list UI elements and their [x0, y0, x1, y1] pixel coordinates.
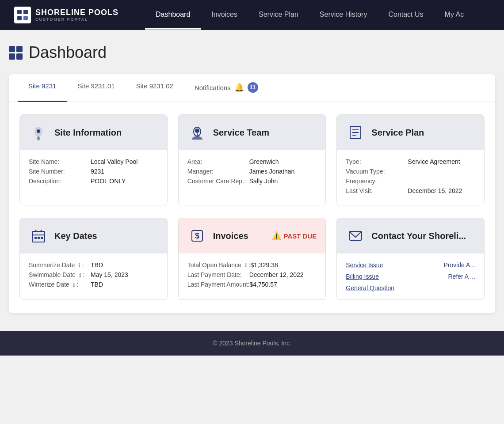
vacuum-type-label: Vacuum Type: — [346, 168, 408, 175]
summerize-value: TBD — [91, 261, 103, 269]
service-team-title: Service Team — [213, 128, 270, 138]
card-container: Site 9231 Site 9231.01 Site 9231.02 Noti… — [9, 74, 495, 313]
vacuum-type-row: Vacuum Type: — [346, 168, 475, 175]
swimmable-label: Swimmable Date ℹ : — [29, 271, 91, 278]
last-payment-date-value: December 12, 2022 — [249, 271, 304, 278]
logo-text: SHORELINE POOLS CUSTOMER PORTAL — [35, 8, 118, 22]
nav-service-plan[interactable]: Service Plan — [248, 1, 309, 30]
general-question-link[interactable]: General Question — [346, 284, 394, 292]
nav-my-account[interactable]: My Ac — [434, 1, 475, 30]
key-dates-title: Key Dates — [54, 231, 97, 241]
last-payment-amount-label: Last Payment Amount: — [187, 281, 250, 288]
svg-rect-19 — [41, 237, 43, 239]
nav-contact-us[interactable]: Contact Us — [378, 1, 434, 30]
site-information-header: Site Information — [20, 115, 167, 150]
site-information-icon — [29, 123, 48, 142]
winterize-label: Winterize Date ℹ : — [29, 281, 91, 288]
invoices-icon: $ — [187, 226, 207, 246]
nav-invoices[interactable]: Invoices — [201, 1, 248, 30]
cards-row-1: Site Information Site Name: Local Valley… — [9, 102, 495, 205]
area-value: Greenwich — [249, 158, 279, 165]
description-label: Description: — [29, 178, 91, 185]
swimmable-info-icon[interactable]: ℹ — [79, 272, 81, 278]
care-rep-label: Customer Care Rep.: — [187, 178, 249, 185]
logo: SHORELINE POOLS CUSTOMER PORTAL — [14, 7, 118, 23]
last-payment-amount-row: Last Payment Amount: $4,750.57 — [187, 281, 317, 288]
service-plan-body: Type: Service Agreement Vacuum Type: Fre… — [337, 150, 484, 205]
service-plan-card: Service Plan Type: Service Agreement Vac… — [336, 114, 485, 205]
tab-site-9231-02[interactable]: Site 9231.02 — [126, 74, 184, 102]
tabs: Site 9231 Site 9231.01 Site 9231.02 Noti… — [9, 74, 495, 102]
past-due-badge: ⚠️ PAST DUE — [271, 231, 317, 241]
site-number-label: Site Number: — [29, 168, 91, 175]
service-team-card: Service Team Area: Greenwich Manager: Ja… — [178, 114, 326, 205]
last-payment-amount-value: $4,750.57 — [250, 281, 277, 288]
invoices-title: Invoices — [213, 231, 248, 241]
tab-notifications[interactable]: Notifications 🔔 11 — [184, 74, 269, 102]
description-row: Description: POOL ONLY — [29, 178, 158, 185]
past-due-icon: ⚠️ — [271, 231, 281, 241]
invoices-card: $ Invoices ⚠️ PAST DUE Total Open Balanc… — [178, 218, 326, 300]
svg-rect-2 — [17, 16, 22, 20]
invoices-body: Total Open Balance ℹ : $1,329.38 Last Pa… — [179, 254, 326, 299]
logo-sub: CUSTOMER PORTAL — [35, 17, 118, 22]
notifications-badge: 11 — [248, 82, 258, 93]
service-issue-action[interactable]: Provide A... — [443, 261, 475, 269]
summerize-row: Summerize Date ℹ : TBD — [29, 261, 158, 269]
tab-site-9231[interactable]: Site 9231 — [18, 74, 67, 102]
swimmable-value: May 15, 2023 — [91, 271, 128, 278]
frequency-row: Frequency: — [346, 178, 475, 185]
main-nav: SHORELINE POOLS CUSTOMER PORTAL Dashboar… — [0, 0, 504, 30]
service-issue-link[interactable]: Service Issue — [346, 261, 383, 269]
key-dates-card: Key Dates Summerize Date ℹ : TBD Swimmab… — [19, 218, 168, 300]
service-plan-title: Service Plan — [371, 128, 424, 138]
winterize-value: TBD — [91, 281, 103, 288]
dashboard-icon — [9, 46, 23, 60]
page-title-wrap: Dashboard — [9, 43, 495, 62]
billing-issue-link[interactable]: Billing Issue — [346, 273, 379, 280]
site-number-value: 9231 — [91, 168, 104, 175]
logo-icon — [14, 7, 31, 23]
summerize-label: Summerize Date ℹ : — [29, 261, 91, 269]
type-label: Type: — [346, 158, 408, 165]
key-dates-header: Key Dates — [20, 218, 167, 254]
area-label: Area: — [187, 158, 249, 165]
billing-issue-action[interactable]: Refer A ... — [448, 273, 475, 280]
past-due-label: PAST DUE — [284, 232, 317, 240]
winterize-info-icon[interactable]: ℹ — [73, 282, 75, 288]
last-visit-label: Last Visit: — [346, 187, 408, 194]
footer: © 2023 Shoreline Pools, Inc. — [0, 331, 504, 356]
cards-row-2: Key Dates Summerize Date ℹ : TBD Swimmab… — [9, 205, 495, 300]
last-visit-value: December 15, 2022 — [408, 187, 462, 194]
page-title: Dashboard — [29, 43, 107, 62]
service-team-icon — [187, 123, 207, 142]
nav-service-history[interactable]: Service History — [309, 1, 378, 30]
general-question-row: General Question — [346, 284, 475, 292]
manager-label: Manager: — [187, 168, 249, 175]
main-content: Dashboard Site 9231 Site 9231.01 Site 92… — [0, 30, 504, 331]
service-plan-icon — [346, 123, 365, 142]
total-balance-info-icon[interactable]: ℹ — [245, 262, 247, 269]
contact-links: Service Issue Provide A... Billing Issue… — [337, 254, 484, 299]
summerize-info-icon[interactable]: ℹ — [78, 262, 80, 269]
manager-value: James Jonathan — [249, 168, 295, 175]
service-team-header: Service Team — [179, 115, 326, 150]
winterize-row: Winterize Date ℹ : TBD — [29, 281, 158, 288]
key-dates-body: Summerize Date ℹ : TBD Swimmable Date ℹ … — [20, 254, 167, 299]
invoices-header: $ Invoices ⚠️ PAST DUE — [179, 218, 326, 254]
service-team-body: Area: Greenwich Manager: James Jonathan … — [179, 150, 326, 195]
last-visit-row: Last Visit: December 15, 2022 — [346, 187, 475, 194]
billing-issue-row: Billing Issue Refer A ... — [346, 273, 475, 280]
svg-rect-18 — [38, 237, 40, 239]
svg-point-7 — [195, 129, 199, 133]
service-plan-header: Service Plan — [337, 115, 484, 150]
svg-rect-17 — [34, 237, 37, 239]
care-rep-value: Sally John — [249, 178, 278, 185]
svg-text:$: $ — [195, 231, 199, 240]
site-information-card: Site Information Site Name: Local Valley… — [19, 114, 168, 205]
type-value: Service Agreement — [408, 158, 460, 165]
manager-row: Manager: James Jonathan — [187, 168, 317, 175]
nav-dashboard[interactable]: Dashboard — [145, 1, 201, 30]
tab-site-9231-01[interactable]: Site 9231.01 — [67, 74, 125, 102]
logo-main: SHORELINE POOLS — [35, 8, 118, 18]
